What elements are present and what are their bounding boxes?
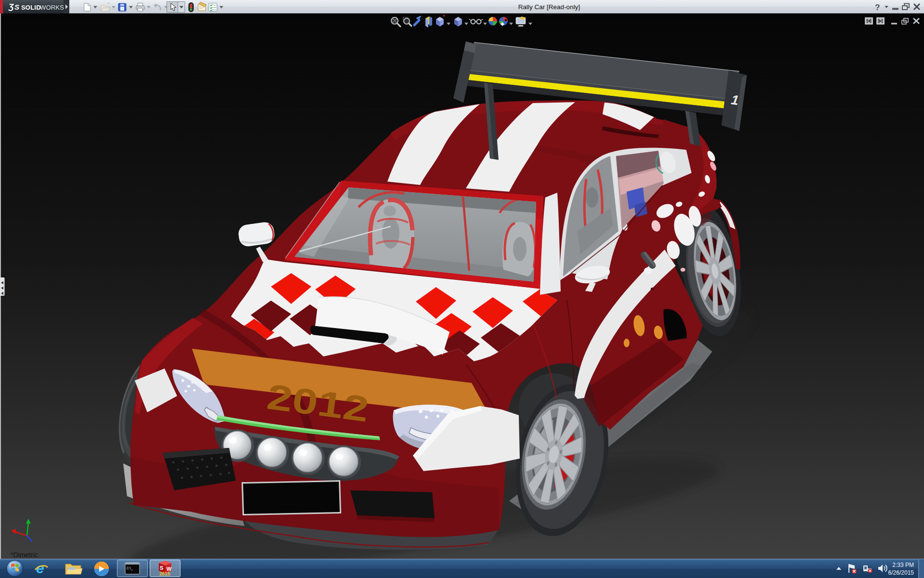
svg-text:2015: 2015 xyxy=(159,571,170,577)
svg-text:C:\_: C:\_ xyxy=(127,566,133,570)
svg-text:S: S xyxy=(160,565,163,571)
svg-text:6/26/2015: 6/26/2015 xyxy=(888,569,914,576)
svg-text:S: S xyxy=(14,3,19,11)
svg-text:WORKS: WORKS xyxy=(40,4,64,11)
svg-text:SOLID: SOLID xyxy=(21,4,41,11)
svg-text:Ʒ: Ʒ xyxy=(8,2,14,12)
svg-text:?: ? xyxy=(875,3,880,12)
svg-text:*Dimetric: *Dimetric xyxy=(11,551,38,559)
svg-text:Rally Car [Read-only]: Rally Car [Read-only] xyxy=(518,3,580,11)
svg-text:2:33 PM: 2:33 PM xyxy=(892,562,914,568)
